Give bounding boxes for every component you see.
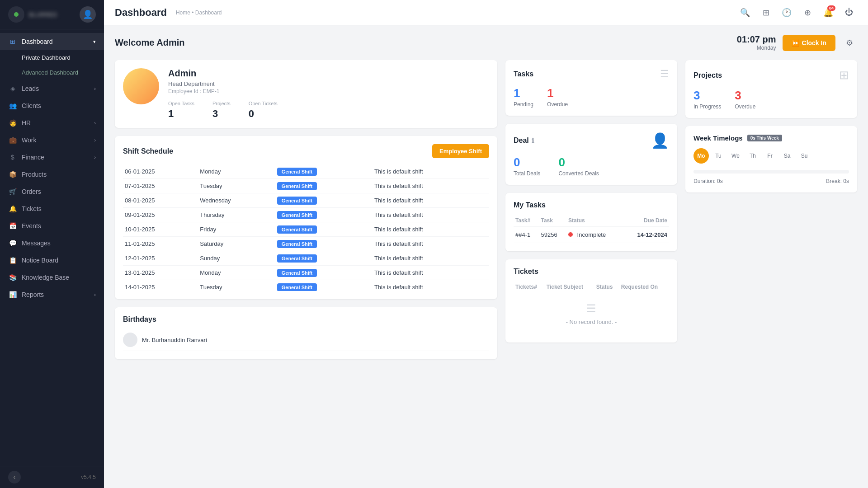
timelogs-card: Week Timelogs 0s This Week MoTuWeThFrSaS… bbox=[685, 126, 857, 192]
shift-day: Sunday bbox=[198, 251, 275, 266]
sidebar-item-products[interactable]: 📦 Products bbox=[0, 166, 104, 183]
no-record-icon: ☰ bbox=[523, 302, 660, 315]
day-tab-mo[interactable]: Mo bbox=[693, 148, 709, 164]
shift-header: Shift Schedule Employee Shift bbox=[123, 144, 489, 158]
sidebar-item-label: Products bbox=[22, 171, 47, 178]
projects-stack-icon: ⊞ bbox=[839, 68, 849, 82]
middle-column: Tasks ☰ 1 Pending 1 Overdue bbox=[505, 60, 677, 359]
shift-day: Monday bbox=[198, 266, 275, 280]
sidebar-item-tickets[interactable]: 🔔 Tickets bbox=[0, 200, 104, 217]
timelog-footer: Duration: 0s Break: 0s bbox=[693, 178, 849, 184]
task-num-cell: ##4-1 bbox=[514, 227, 539, 243]
shift-note: This is default shift bbox=[373, 280, 489, 291]
shift-scroll[interactable]: 06-01-2025 Monday General Shift This is … bbox=[123, 164, 489, 291]
add-button[interactable]: ⊕ bbox=[799, 5, 816, 21]
sidebar-item-messages[interactable]: 💬 Messages bbox=[0, 235, 104, 252]
sidebar-item-events[interactable]: 📅 Events bbox=[0, 217, 104, 235]
clients-icon: 👥 bbox=[8, 102, 17, 109]
table-row: 14-01-2025 Tuesday General Shift This is… bbox=[123, 280, 489, 291]
open-tickets-label: Open Tickets bbox=[249, 101, 278, 106]
timelogs-title: Week Timelogs bbox=[693, 134, 743, 142]
breadcrumb: Home • Dashboard bbox=[176, 9, 222, 16]
logo-dot bbox=[14, 12, 19, 17]
sidebar-collapse-button[interactable]: ‹ bbox=[8, 471, 21, 483]
sidebar-item-advanced-dashboard[interactable]: Advanced Dashboard bbox=[0, 65, 104, 80]
search-button[interactable]: 🔍 bbox=[737, 5, 753, 21]
sidebar-item-label: Notice Board bbox=[22, 257, 58, 264]
deal-info-icon[interactable]: ℹ bbox=[532, 137, 534, 144]
sidebar-item-finance[interactable]: $ Finance › bbox=[0, 149, 104, 166]
shift-day: Wednesday bbox=[198, 193, 275, 208]
sidebar-item-dashboard[interactable]: ⊞ Dashboard ▾ bbox=[0, 33, 104, 50]
sidebar-item-leads[interactable]: ◈ Leads › bbox=[0, 80, 104, 97]
day-tab-th[interactable]: Th bbox=[745, 148, 760, 164]
chevron-right-icon: › bbox=[94, 86, 96, 91]
general-shift-badge: General Shift bbox=[277, 225, 317, 234]
shift-badge-cell: General Shift bbox=[275, 222, 373, 237]
tasks-pending-label: Pending bbox=[514, 101, 533, 108]
orders-icon: 🛒 bbox=[8, 188, 17, 195]
content-area: Welcome Admin 01:07 pm Monday ⏩ Clock In… bbox=[104, 25, 868, 488]
incomplete-dot bbox=[568, 232, 573, 237]
projects-overdue-label: Overdue bbox=[735, 103, 755, 110]
logo-text: BLURRED bbox=[29, 11, 57, 18]
my-tasks-table: Task# Task Status Due Date ##4-1 59256 bbox=[514, 215, 669, 243]
sidebar-item-clients[interactable]: 👥 Clients bbox=[0, 97, 104, 114]
settings-button[interactable]: ⚙ bbox=[842, 35, 857, 51]
general-shift-badge: General Shift bbox=[277, 283, 317, 291]
sidebar-item-knowledge-base[interactable]: 📚 Knowledge Base bbox=[0, 269, 104, 286]
break-label: Break: 0s bbox=[826, 178, 849, 184]
tasks-button[interactable]: ⊞ bbox=[758, 5, 774, 21]
day-tab-sa[interactable]: Sa bbox=[779, 148, 795, 164]
tasks-pending-stat: 1 Pending bbox=[514, 86, 533, 108]
converted-deals-label: Converted Deals bbox=[558, 170, 599, 177]
projects-stat: Projects 3 bbox=[212, 101, 231, 120]
welcome-right: 01:07 pm Monday ⏩ Clock In ⚙ bbox=[737, 34, 857, 51]
sidebar-item-work[interactable]: 💼 Work › bbox=[0, 131, 104, 149]
deal-card: Deal ℹ 👤 0 Total Deals 0 Converted Deals bbox=[505, 124, 677, 185]
sidebar-item-label: HR bbox=[22, 119, 31, 127]
clock-in-button[interactable]: ⏩ Clock In bbox=[783, 35, 835, 51]
chevron-right-icon: › bbox=[94, 137, 96, 143]
sidebar-item-hr[interactable]: 🧑 HR › bbox=[0, 114, 104, 131]
sidebar-item-reports[interactable]: 📊 Reports › bbox=[0, 286, 104, 303]
general-shift-badge: General Shift bbox=[277, 182, 317, 190]
projects-value: 3 bbox=[212, 108, 231, 120]
birthday-avatar bbox=[123, 333, 137, 347]
leads-icon: ◈ bbox=[8, 85, 17, 92]
time-value: 01:07 pm bbox=[737, 34, 776, 45]
deal-avatar-icon: 👤 bbox=[651, 132, 669, 149]
converted-deals-value: 0 bbox=[558, 155, 599, 169]
table-row: 12-01-2025 Sunday General Shift This is … bbox=[123, 251, 489, 266]
sidebar-item-label: Messages bbox=[22, 239, 51, 247]
shift-day: Monday bbox=[198, 164, 275, 179]
day-tab-tu[interactable]: Tu bbox=[711, 148, 726, 164]
notifications-button[interactable]: 🔔 84 bbox=[820, 5, 836, 21]
day-tab-we[interactable]: We bbox=[728, 148, 743, 164]
knowledge-base-icon: 📚 bbox=[8, 274, 17, 281]
sidebar-item-label: Dashboard bbox=[22, 38, 53, 45]
power-button[interactable]: ⏻ bbox=[841, 5, 857, 21]
notification-badge: 84 bbox=[827, 5, 835, 11]
day-tab-fr[interactable]: Fr bbox=[762, 148, 778, 164]
shift-note: This is default shift bbox=[373, 266, 489, 280]
shift-day: Tuesday bbox=[198, 280, 275, 291]
tasks-overdue-label: Overdue bbox=[547, 101, 568, 108]
tasks-header: Tasks ☰ bbox=[514, 68, 669, 80]
sidebar-sub-label: Advanced Dashboard bbox=[22, 69, 78, 76]
right-column: Projects ⊞ 3 In Progress 3 Overdue bbox=[685, 60, 857, 359]
clock-button[interactable]: 🕐 bbox=[778, 5, 795, 21]
employee-shift-button[interactable]: Employee Shift bbox=[432, 144, 489, 158]
birthdays-title: Birthdays bbox=[123, 315, 489, 324]
shift-day: Thursday bbox=[198, 208, 275, 222]
open-tasks-stat: Open Tasks 1 bbox=[168, 101, 194, 120]
sidebar-item-orders[interactable]: 🛒 Orders bbox=[0, 183, 104, 200]
notice-board-icon: 📋 bbox=[8, 257, 17, 264]
shift-table: 06-01-2025 Monday General Shift This is … bbox=[123, 164, 489, 291]
sidebar-item-label: Finance bbox=[22, 154, 44, 161]
shift-note: This is default shift bbox=[373, 179, 489, 193]
sidebar-item-private-dashboard[interactable]: Private Dashboard bbox=[0, 50, 104, 65]
sidebar-item-notice-board[interactable]: 📋 Notice Board bbox=[0, 252, 104, 269]
user-avatar[interactable]: 👤 bbox=[80, 6, 96, 23]
day-tab-su[interactable]: Su bbox=[797, 148, 812, 164]
